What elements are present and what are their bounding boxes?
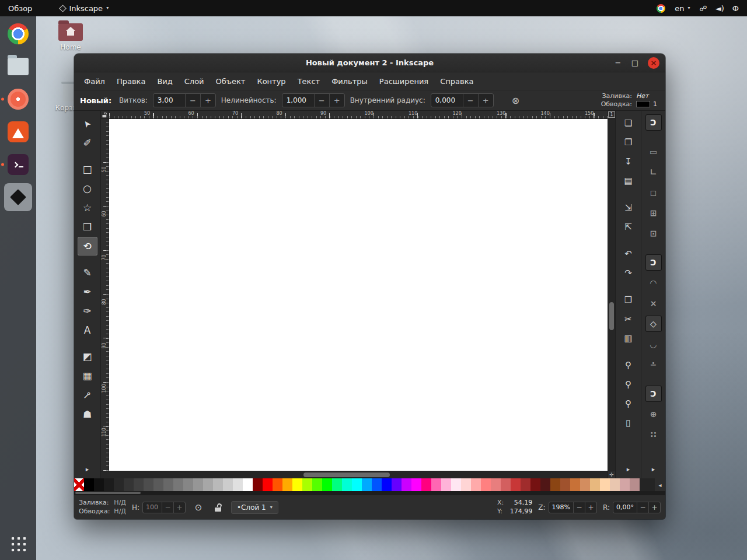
app-menu[interactable]: Inkscape ▾ (60, 4, 109, 13)
palette-swatch[interactable] (342, 478, 352, 491)
rotation-value[interactable]: 0,00° (613, 502, 637, 513)
save-document-icon[interactable]: ↧ (620, 153, 637, 170)
open-document-icon[interactable]: ❐ (620, 134, 637, 151)
paste-icon[interactable]: ▥ (620, 330, 637, 347)
snap-paths[interactable]: ◠ (645, 275, 662, 291)
snap-bbox-midpoints[interactable]: ⊞ (645, 205, 662, 221)
snap-others[interactable]: Ɔ (645, 386, 662, 402)
palette-swatch[interactable] (392, 478, 402, 491)
spiral-tool[interactable]: ⟲ (78, 237, 97, 256)
gradient-tool[interactable]: ◩ (78, 347, 97, 366)
palette-swatch[interactable] (193, 478, 203, 491)
increment-button[interactable]: + (173, 502, 185, 513)
snap-object-centers[interactable]: ⊕ (645, 406, 662, 422)
palette-swatch[interactable] (620, 478, 630, 491)
zoom-selection-icon[interactable]: ⚲ (620, 356, 637, 374)
palette-swatch[interactable] (580, 478, 590, 491)
vertical-scrollbar[interactable] (608, 119, 615, 471)
canvas[interactable] (109, 119, 608, 471)
palette-swatch[interactable] (521, 478, 530, 491)
pencil-tool[interactable]: ✎ (78, 263, 97, 282)
rectangle-tool[interactable]: □ (78, 160, 97, 178)
dropper-tool[interactable]: ⊸ (78, 386, 97, 404)
palette-swatch[interactable] (144, 478, 153, 491)
dock-chrome[interactable] (4, 20, 32, 48)
palette-swatch[interactable] (560, 478, 570, 491)
show-applications-button[interactable] (10, 536, 26, 552)
palette-swatch[interactable] (292, 478, 302, 491)
palette-swatch[interactable] (411, 478, 421, 491)
scroll-corner-button[interactable]: ✛ (608, 471, 615, 478)
opacity-value[interactable]: 100 (143, 502, 162, 513)
new-document-icon[interactable]: ❏ (620, 114, 637, 132)
bezier-pen-tool[interactable]: ✒ (78, 282, 97, 301)
palette-swatch[interactable] (134, 478, 144, 491)
fill-stroke-summary[interactable]: Заливка: Нет Обводка: 1 (601, 93, 659, 108)
palette-swatch[interactable] (491, 478, 501, 491)
fill-stroke-indicator[interactable]: Заливка: Н/Д Обводка: Н/Д (79, 499, 126, 516)
menu-extensions[interactable]: Расширения (374, 75, 434, 88)
palette-swatch[interactable] (471, 478, 481, 491)
minimize-button[interactable]: − (614, 59, 622, 66)
vertical-scrollbar-thumb[interactable] (609, 302, 614, 330)
turns-value[interactable]: 3,00 (153, 94, 185, 107)
palette-swatch[interactable] (421, 478, 431, 491)
snap-expand-arrow[interactable]: ▸ (652, 462, 655, 478)
palette-swatch[interactable] (481, 478, 491, 491)
dock-files[interactable] (4, 52, 32, 80)
palette-swatch[interactable] (233, 478, 243, 491)
increment-button[interactable]: + (329, 94, 344, 107)
palette-swatch[interactable] (511, 478, 521, 491)
palette-swatch[interactable] (114, 478, 124, 491)
snap-bbox-centers[interactable]: ⊡ (645, 225, 662, 242)
palette-swatch[interactable] (600, 478, 610, 491)
titlebar[interactable]: Новый документ 2 - Inkscape − □ × (74, 54, 665, 72)
zoom-drawing-icon[interactable]: ⚲ (620, 376, 637, 393)
palette-swatch[interactable] (84, 478, 94, 491)
palette-swatch[interactable] (253, 478, 263, 491)
vertical-ruler[interactable]: 5060708090100110120 (101, 119, 109, 471)
palette-swatch[interactable] (273, 478, 282, 491)
snap-path-intersections[interactable]: × (645, 295, 662, 312)
palette-swatch[interactable] (163, 478, 173, 491)
ruler-corner[interactable] (101, 111, 109, 119)
toolbox-expand-arrow[interactable]: ▸ (86, 462, 89, 478)
dock-terminal[interactable] (4, 150, 32, 178)
palette-scrollbar[interactable] (74, 491, 665, 495)
palette-swatch[interactable] (124, 478, 134, 491)
maximize-button[interactable]: □ (631, 59, 639, 66)
decrement-button[interactable]: − (637, 502, 648, 513)
inner-radius-value[interactable]: 0,000 (431, 94, 463, 107)
palette-swatch[interactable] (402, 478, 411, 491)
decrement-button[interactable]: − (463, 94, 478, 107)
menu-text[interactable]: Текст (292, 75, 326, 88)
palette-swatch[interactable] (312, 478, 322, 491)
palette-swatch[interactable] (352, 478, 362, 491)
zoom-page-icon[interactable]: ⚲ (620, 395, 637, 412)
menu-layer[interactable]: Слой (179, 75, 210, 88)
palette-swatch[interactable] (451, 478, 461, 491)
menu-help[interactable]: Справка (435, 75, 479, 88)
horizontal-ruler[interactable]: 5060708090100110120130140150 (109, 111, 608, 119)
decrement-button[interactable]: − (185, 94, 200, 107)
palette-swatch[interactable] (94, 478, 104, 491)
snap-bbox[interactable]: ▭ (645, 144, 662, 160)
activities-button[interactable]: Обзор (8, 4, 32, 13)
palette-swatch[interactable] (282, 478, 292, 491)
decrement-button[interactable]: − (314, 94, 329, 107)
palette-swatch[interactable] (203, 478, 213, 491)
menu-view[interactable]: Вид (152, 75, 177, 88)
snap-smooth-nodes[interactable]: ◡ (645, 336, 662, 352)
decrement-button[interactable]: − (573, 502, 585, 513)
ellipse-tool[interactable]: ○ (78, 179, 97, 198)
snap-bbox-edges[interactable]: ∟ (645, 164, 662, 180)
commands-expand-arrow[interactable]: ▸ (627, 462, 630, 478)
palette-swatch[interactable] (302, 478, 312, 491)
palette-swatch[interactable] (530, 478, 540, 491)
menu-file[interactable]: Файл (79, 75, 110, 88)
palette-scroll-left-icon[interactable]: ◂ (655, 478, 665, 491)
palette-swatch[interactable] (332, 478, 342, 491)
palette-swatch[interactable] (213, 478, 223, 491)
palette-swatch[interactable] (610, 478, 620, 491)
palette-swatch[interactable] (570, 478, 580, 491)
